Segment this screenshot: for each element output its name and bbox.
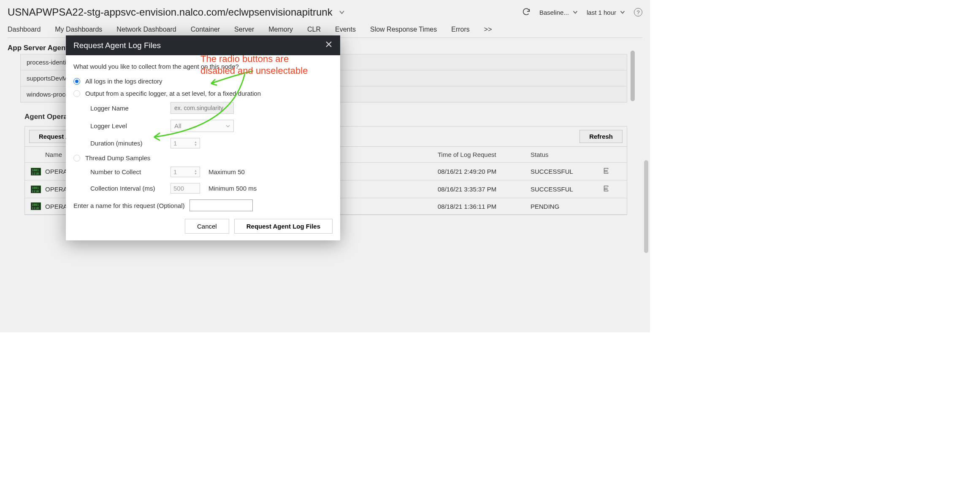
stepper-arrows-icon[interactable]: ▲▼	[194, 169, 197, 175]
logger-level-value: All	[174, 122, 181, 129]
radio-all-logs-label: All logs in the logs directory	[85, 78, 162, 85]
annotation-line2: disabled and unselectable	[200, 65, 308, 77]
duration-label: Duration (minutes)	[90, 140, 162, 147]
tab-dashboard[interactable]: Dashboard	[8, 26, 41, 33]
request-agent-log-files-button[interactable]: Request Agent Log Files	[234, 219, 333, 234]
logger-level-select[interactable]: All	[171, 120, 234, 132]
col-status[interactable]: Status	[531, 151, 602, 158]
number-to-collect-stepper[interactable]: 1 ▲▼	[171, 167, 200, 177]
cell-time: 08/16/21 3:35:37 PM	[438, 186, 531, 193]
refresh-icon[interactable]	[522, 7, 531, 18]
tab-more[interactable]: >>	[484, 26, 492, 33]
tab-slow-response[interactable]: Slow Response Times	[370, 26, 437, 33]
tab-clr[interactable]: CLR	[307, 26, 321, 33]
title-chevron-icon[interactable]	[338, 9, 345, 16]
tab-my-dashboards[interactable]: My Dashboards	[55, 26, 102, 33]
tab-container[interactable]: Container	[191, 26, 220, 33]
collection-interval-hint: Minimum 500 ms	[208, 185, 257, 192]
radio-all-logs-row[interactable]: All logs in the logs directory	[73, 78, 333, 85]
cell-status: SUCCESSFUL	[531, 168, 602, 175]
header-row: USNAPWPSA22-stg-appsvc-envision.nalco.co…	[8, 6, 642, 18]
download-icon[interactable]	[602, 185, 623, 194]
close-icon[interactable]	[325, 40, 333, 50]
cell-status: SUCCESSFUL	[531, 186, 602, 193]
number-to-collect-hint: Maximum 50	[208, 168, 245, 175]
console-icon: 10011110	[31, 202, 41, 210]
stepper-arrows-icon[interactable]: ▲▼	[194, 140, 197, 146]
annotation-text: The radio buttons are disabled and unsel…	[200, 53, 308, 76]
help-icon[interactable]: ?	[634, 8, 642, 16]
console-icon: 10011110	[31, 186, 41, 193]
baseline-dropdown[interactable]: Baseline...	[539, 9, 578, 16]
modal-title: Request Agent Log Files	[73, 41, 161, 50]
timerange-label: last 1 hour	[587, 9, 616, 16]
radio-thread-dump-row[interactable]: Thread Dump Samples	[73, 154, 333, 162]
baseline-label: Baseline...	[539, 9, 569, 16]
console-icon: 10011110	[31, 168, 41, 175]
collection-interval-label: Collection Interval (ms)	[90, 185, 162, 192]
logger-name-input[interactable]	[171, 102, 234, 114]
radio-specific-logger-label: Output from a specific logger, at a set …	[85, 90, 261, 97]
page-title: USNAPWPSA22-stg-appsvc-envision.nalco.co…	[8, 6, 333, 18]
modal-header: Request Agent Log Files	[66, 35, 340, 55]
tab-errors[interactable]: Errors	[451, 26, 470, 33]
tab-memory[interactable]: Memory	[268, 26, 293, 33]
request-name-input[interactable]	[190, 199, 253, 211]
download-icon[interactable]	[602, 167, 623, 176]
duration-stepper[interactable]: 1 ▲▼	[171, 138, 200, 148]
duration-value: 1	[173, 140, 177, 147]
cell-status: PENDING	[531, 203, 602, 210]
tab-network-dashboard[interactable]: Network Dashboard	[116, 26, 176, 33]
cell-time: 08/18/21 1:36:11 PM	[438, 203, 531, 210]
number-to-collect-label: Number to Collect	[90, 168, 162, 175]
logger-level-label: Logger Level	[90, 122, 162, 129]
radio-thread-dump-label: Thread Dump Samples	[85, 154, 150, 162]
chevron-down-icon	[226, 124, 230, 128]
tab-server[interactable]: Server	[234, 26, 254, 33]
scrollbar-inner[interactable]	[631, 51, 635, 101]
logger-name-label: Logger Name	[90, 105, 162, 112]
cell-time: 08/16/21 2:49:20 PM	[438, 168, 531, 175]
radio-thread-dump[interactable]	[73, 155, 80, 162]
subtab-app-server-agent[interactable]: App Server Agent	[8, 44, 68, 52]
timerange-dropdown[interactable]: last 1 hour	[587, 9, 625, 16]
refresh-button[interactable]: Refresh	[579, 130, 623, 143]
radio-specific-logger[interactable]	[73, 90, 80, 97]
tab-events[interactable]: Events	[335, 26, 356, 33]
cancel-button[interactable]: Cancel	[185, 219, 229, 234]
collection-interval-stepper[interactable]: 500	[171, 183, 200, 194]
col-time[interactable]: Time of Log Request	[438, 151, 531, 158]
radio-specific-logger-row[interactable]: Output from a specific logger, at a set …	[73, 90, 333, 97]
scrollbar-thumb[interactable]	[644, 160, 648, 253]
radio-all-logs[interactable]	[73, 78, 80, 85]
modal-body: What would you like to collect from the …	[66, 55, 340, 240]
number-to-collect-value: 1	[173, 168, 177, 175]
annotation-line1: The radio buttons are	[200, 53, 308, 65]
collection-interval-value: 500	[173, 185, 184, 192]
request-name-label: Enter a name for this request (Optional)	[73, 202, 184, 209]
scrollbar-outer[interactable]	[643, 42, 648, 312]
